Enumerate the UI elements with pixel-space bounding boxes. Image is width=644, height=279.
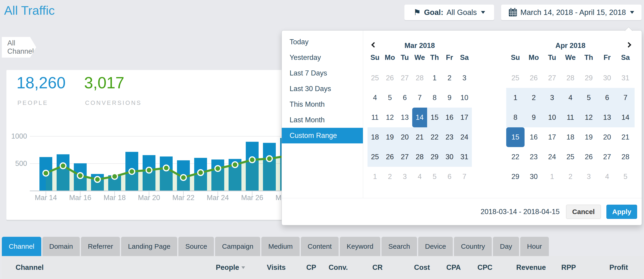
day-cell-13[interactable]: 13 (397, 108, 412, 127)
column-header-cpc[interactable]: CPC (461, 263, 492, 272)
tab-domain[interactable]: Domain (42, 237, 80, 256)
preset-last-month[interactable]: Last Month (282, 112, 363, 128)
day-cell-30[interactable]: 30 (598, 68, 616, 88)
day-cell-27[interactable]: 27 (397, 68, 412, 88)
tab-referrer[interactable]: Referrer (81, 237, 120, 256)
cancel-button[interactable]: Cancel (566, 205, 601, 219)
day-cell-28[interactable]: 28 (561, 68, 580, 88)
day-cell-27[interactable]: 27 (598, 147, 616, 167)
day-cell-27[interactable]: 27 (397, 147, 412, 167)
day-cell-31[interactable]: 31 (457, 147, 472, 167)
day-cell-24[interactable]: 24 (543, 147, 561, 167)
column-header-cp[interactable]: CP (286, 263, 316, 272)
column-header-people[interactable]: People (196, 263, 245, 272)
day-cell-19[interactable]: 19 (580, 127, 598, 147)
day-cell-9[interactable]: 9 (524, 108, 543, 127)
day-cell-7[interactable]: 7 (616, 88, 634, 108)
preset-yesterday[interactable]: Yesterday (282, 50, 363, 65)
day-cell-5[interactable]: 5 (616, 167, 634, 186)
day-cell-3[interactable]: 3 (543, 88, 561, 108)
tab-day[interactable]: Day (493, 237, 519, 256)
day-cell-20[interactable]: 20 (598, 127, 616, 147)
day-cell-28[interactable]: 28 (412, 68, 427, 88)
apply-button[interactable]: Apply (606, 205, 637, 219)
day-cell-25[interactable]: 25 (561, 147, 580, 167)
day-cell-26[interactable]: 26 (382, 147, 397, 167)
day-cell-21[interactable]: 21 (616, 127, 634, 147)
preset-custom-range[interactable]: Custom Range (282, 128, 363, 143)
day-cell-4[interactable]: 4 (412, 167, 427, 186)
day-cell-30[interactable]: 30 (524, 167, 543, 186)
day-cell-7[interactable]: 7 (412, 88, 427, 108)
day-cell-19[interactable]: 19 (382, 127, 397, 147)
day-cell-3[interactable]: 3 (457, 68, 472, 88)
day-cell-26[interactable]: 26 (580, 147, 598, 167)
day-cell-1[interactable]: 1 (543, 167, 561, 186)
tab-landing-page[interactable]: Landing Page (121, 237, 177, 256)
day-cell-4[interactable]: 4 (561, 88, 580, 108)
day-cell-1[interactable]: 1 (506, 88, 524, 108)
day-cell-3[interactable]: 3 (397, 167, 412, 186)
day-cell-15[interactable]: 15 (427, 108, 442, 127)
tab-hour[interactable]: Hour (520, 237, 549, 256)
column-header-visits[interactable]: Visits (245, 263, 286, 272)
day-cell-12[interactable]: 12 (580, 108, 598, 127)
day-cell-9[interactable]: 9 (442, 88, 457, 108)
day-cell-16[interactable]: 16 (442, 108, 457, 127)
day-cell-2[interactable]: 2 (561, 167, 580, 186)
day-cell-27[interactable]: 27 (543, 68, 561, 88)
day-cell-18[interactable]: 18 (561, 127, 580, 147)
day-cell-30[interactable]: 30 (442, 147, 457, 167)
day-cell-17[interactable]: 17 (543, 127, 561, 147)
day-cell-29[interactable]: 29 (580, 68, 598, 88)
tab-content[interactable]: Content (301, 237, 338, 256)
day-cell-3[interactable]: 3 (580, 167, 598, 186)
day-cell-12[interactable]: 12 (382, 108, 397, 127)
day-cell-5[interactable]: 5 (580, 88, 598, 108)
day-cell-29[interactable]: 29 (427, 147, 442, 167)
day-cell-24[interactable]: 24 (457, 127, 472, 147)
day-cell-1[interactable]: 1 (368, 167, 382, 186)
day-cell-4[interactable]: 4 (368, 88, 382, 108)
column-header-channel[interactable]: Channel (16, 263, 196, 272)
column-header-cr[interactable]: CR (348, 263, 383, 272)
day-cell-31[interactable]: 31 (616, 68, 634, 88)
day-cell-1[interactable]: 1 (427, 68, 442, 88)
tab-channel[interactable]: Channel (2, 237, 41, 256)
day-cell-7[interactable]: 7 (457, 167, 472, 186)
preset-today[interactable]: Today (282, 34, 363, 50)
tab-country[interactable]: Country (454, 237, 492, 256)
day-cell-5[interactable]: 5 (382, 88, 397, 108)
date-range-button[interactable]: March 14, 2018 - April 15, 2018 (501, 5, 642, 20)
day-cell-8[interactable]: 8 (427, 88, 442, 108)
day-cell-6[interactable]: 6 (598, 88, 616, 108)
day-cell-14[interactable]: 14 (412, 108, 427, 127)
day-cell-23[interactable]: 23 (524, 147, 543, 167)
day-cell-22[interactable]: 22 (427, 127, 442, 147)
day-cell-29[interactable]: 29 (506, 167, 524, 186)
tab-search[interactable]: Search (382, 237, 417, 256)
preset-last-30-days[interactable]: Last 30 Days (282, 81, 363, 97)
column-header-revenue[interactable]: Revenue (492, 263, 546, 272)
day-cell-4[interactable]: 4 (598, 167, 616, 186)
day-cell-17[interactable]: 17 (457, 108, 472, 127)
day-cell-6[interactable]: 6 (442, 167, 457, 186)
day-cell-26[interactable]: 26 (382, 68, 397, 88)
tab-device[interactable]: Device (418, 237, 453, 256)
day-cell-2[interactable]: 2 (442, 68, 457, 88)
tab-medium[interactable]: Medium (261, 237, 300, 256)
day-cell-16[interactable]: 16 (524, 127, 543, 147)
day-cell-10[interactable]: 10 (457, 88, 472, 108)
preset-last-7-days[interactable]: Last 7 Days (282, 65, 363, 81)
day-cell-11[interactable]: 11 (561, 108, 580, 127)
tab-campaign[interactable]: Campaign (215, 237, 260, 256)
day-cell-5[interactable]: 5 (427, 167, 442, 186)
day-cell-13[interactable]: 13 (598, 108, 616, 127)
day-cell-11[interactable]: 11 (368, 108, 382, 127)
breadcrumb-all-channels[interactable]: All Channels (2, 37, 36, 58)
day-cell-23[interactable]: 23 (442, 127, 457, 147)
tab-source[interactable]: Source (178, 237, 214, 256)
column-header-profit[interactable]: Profit (576, 263, 628, 272)
day-cell-28[interactable]: 28 (412, 147, 427, 167)
day-cell-14[interactable]: 14 (616, 108, 634, 127)
